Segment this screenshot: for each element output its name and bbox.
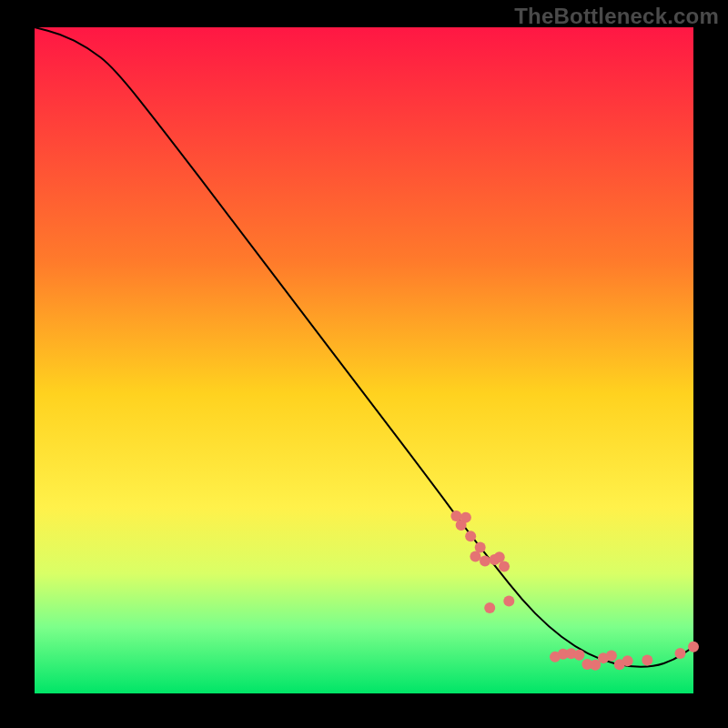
sample-point — [460, 512, 471, 523]
bottleneck-chart — [0, 0, 728, 728]
sample-point — [480, 555, 490, 566]
sample-point — [475, 542, 486, 553]
sample-point — [606, 651, 617, 662]
chart-container: TheBottleneck.com — [0, 0, 728, 728]
sample-point — [574, 650, 585, 661]
sample-point — [465, 531, 476, 541]
sample-point — [484, 602, 495, 613]
sample-point — [494, 551, 505, 562]
sample-point — [622, 655, 633, 666]
sample-point — [503, 596, 514, 607]
sample-point — [688, 642, 699, 652]
plot-background — [35, 27, 693, 693]
sample-point — [642, 654, 652, 665]
sample-point — [499, 561, 510, 571]
sample-point — [675, 648, 686, 659]
watermark-text: TheBottleneck.com — [514, 4, 719, 29]
